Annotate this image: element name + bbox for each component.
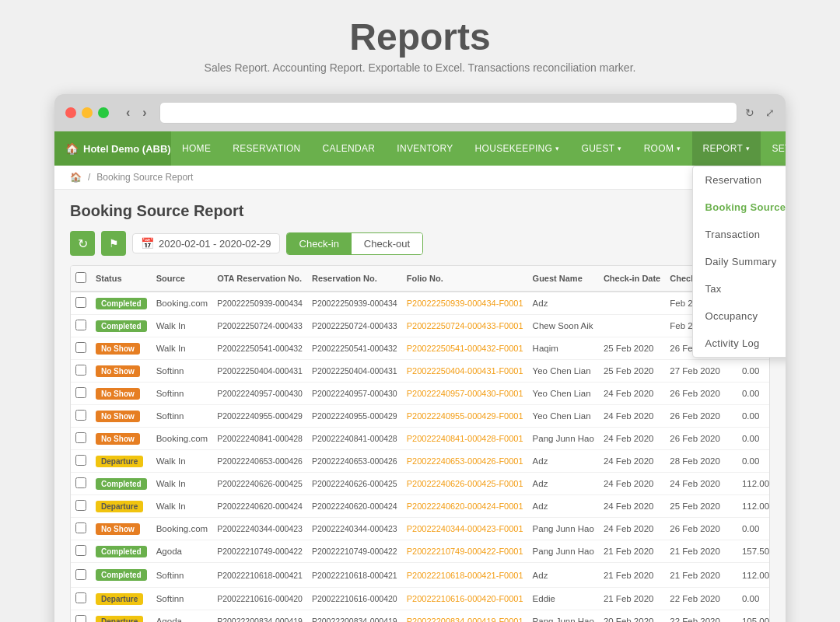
row-checkbox[interactable]: [75, 365, 86, 376]
dropdown-activity-log[interactable]: Activity Log: [693, 330, 786, 357]
refresh-report-button[interactable]: ↻: [70, 231, 95, 256]
checkout-cell: 26 Feb 2020: [665, 383, 737, 405]
breadcrumb-home-icon[interactable]: 🏠: [70, 172, 82, 183]
folio-link[interactable]: P20022240626-000425-F0001: [407, 479, 523, 488]
checkout-cell: 24 Feb 2020: [665, 473, 737, 495]
ota-cell: P20022250404-000431: [212, 360, 307, 383]
calendar-icon: 📅: [141, 237, 154, 250]
checkout-cell: 21 Feb 2020: [665, 540, 737, 563]
folio-link[interactable]: P20022240957-000430-F0001: [407, 389, 523, 398]
refresh-button[interactable]: ↻: [745, 107, 754, 119]
status-badge: Completed: [96, 478, 147, 490]
dropdown-reservation[interactable]: Reservation: [693, 166, 786, 194]
folio-link[interactable]: P20022240653-000426-F0001: [407, 456, 523, 466]
maximize-dot[interactable]: [98, 107, 109, 118]
status-badge: Departure: [96, 456, 143, 467]
status-badge: Departure: [96, 616, 143, 623]
expand-button[interactable]: ⤢: [765, 107, 775, 119]
forward-button[interactable]: ›: [138, 104, 151, 121]
checkin-cell: 24 Feb 2020: [599, 450, 665, 473]
checkout-cell: 26 Feb 2020: [665, 428, 737, 450]
source-cell: Softinn: [152, 405, 212, 428]
checkout-cell: 26 Feb 2020: [665, 405, 737, 428]
amount-cell: 112.00: [737, 473, 770, 495]
row-checkbox[interactable]: [75, 387, 86, 398]
row-checkbox[interactable]: [75, 500, 86, 511]
table-row: Departure Softinn P20022210616-000420 P2…: [71, 588, 770, 610]
select-all-checkbox[interactable]: [75, 272, 86, 283]
guest-cell: Pang Junn Hao: [528, 428, 599, 450]
ota-cell: P20022250724-000433: [212, 315, 307, 337]
row-checkbox[interactable]: [75, 410, 86, 421]
dropdown-occupancy[interactable]: Occupancy: [693, 302, 786, 330]
ota-cell: P20022240344-000423: [212, 518, 307, 540]
checkout-cell: 22 Feb 2020: [665, 610, 737, 623]
close-dot[interactable]: [65, 107, 76, 118]
row-checkbox[interactable]: [75, 342, 86, 353]
folio-link[interactable]: P20022210616-000420-F0001: [407, 594, 523, 603]
table-row: Departure Walk In P20022240620-000424 P2…: [71, 495, 770, 518]
folio-link[interactable]: P20022240955-000429-F0001: [407, 411, 523, 421]
row-checkbox[interactable]: [75, 320, 86, 330]
nav-reservation[interactable]: RESERVATION: [222, 131, 311, 166]
browser-nav: ‹ ›: [121, 104, 152, 121]
dropdown-tax[interactable]: Tax ›: [693, 275, 786, 302]
nav-guest[interactable]: GUEST ▾: [571, 131, 633, 166]
minimize-dot[interactable]: [82, 107, 93, 118]
dropdown-transaction[interactable]: Transaction: [693, 221, 786, 248]
row-checkbox[interactable]: [75, 432, 86, 443]
report-arrow: ▾: [746, 145, 750, 152]
checkin-cell: 20 Feb 2020: [599, 610, 665, 623]
nav-home[interactable]: HOME: [171, 131, 222, 166]
nav-report[interactable]: REPORT ▾ Reservation Booking Source Tran…: [692, 131, 761, 166]
row-checkbox[interactable]: [75, 477, 86, 488]
folio-link[interactable]: P20022250724-000433-F0001: [407, 321, 523, 330]
row-checkbox[interactable]: [75, 297, 86, 308]
row-checkbox[interactable]: [75, 592, 86, 603]
row-checkbox[interactable]: [75, 545, 86, 556]
source-cell: Agoda: [152, 540, 212, 563]
source-cell: Walk In: [152, 450, 212, 473]
res-cell: P20022240841-000428: [307, 428, 402, 450]
checkout-tab[interactable]: Check-out: [352, 233, 422, 254]
ota-cell: P20022250939-000434: [212, 292, 307, 315]
folio-link[interactable]: P20022250404-000431-F0001: [407, 366, 523, 376]
dropdown-booking-source[interactable]: Booking Source: [693, 194, 786, 221]
folio-link[interactable]: P20022250939-000434-F0001: [407, 299, 523, 308]
nav-inventory[interactable]: INVENTORY: [386, 131, 464, 166]
col-ota: OTA Reservation No.: [212, 266, 307, 292]
table-row: No Show Booking.com P20022240841-000428 …: [71, 428, 770, 450]
source-cell: Agoda: [152, 610, 212, 623]
guest-cell: Haqim: [528, 337, 599, 360]
folio-link[interactable]: P20022240344-000423-F0001: [407, 524, 523, 533]
date-range[interactable]: 📅 2020-02-01 - 2020-02-29: [132, 233, 280, 253]
checkin-tab[interactable]: Check-in: [287, 233, 352, 254]
amount-cell: 0.00: [737, 428, 770, 450]
nav-room[interactable]: ROOM ▾: [633, 131, 692, 166]
ota-cell: P20022210616-000420: [212, 588, 307, 610]
checkin-cell: 24 Feb 2020: [599, 495, 665, 518]
nav-calendar[interactable]: CALENDAR: [312, 131, 387, 166]
folio-link[interactable]: P20022200834-000419-F0001: [407, 617, 523, 622]
folio-link[interactable]: P20022250541-000432-F0001: [407, 344, 523, 353]
folio-link[interactable]: P20022240620-000424-F0001: [407, 501, 523, 511]
folio-link[interactable]: P20022210618-000421-F0001: [407, 571, 523, 580]
breadcrumb-current: Booking Source Report: [96, 172, 193, 183]
url-bar[interactable]: [159, 102, 737, 124]
row-checkbox[interactable]: [75, 569, 86, 580]
folio-link[interactable]: P20022240841-000428-F0001: [407, 434, 523, 443]
filter-button[interactable]: ⚑: [101, 231, 126, 256]
nav-setup[interactable]: SETUP ▾: [761, 131, 786, 166]
back-button[interactable]: ‹: [121, 104, 135, 121]
checkout-cell: 25 Feb 2020: [665, 495, 737, 518]
brand[interactable]: 🏠 Hotel Demo (ABB): [54, 131, 171, 166]
dropdown-daily-summary[interactable]: Daily Summary: [693, 248, 786, 275]
housekeeping-arrow: ▾: [555, 145, 559, 152]
folio-link[interactable]: P20022210749-000422-F0001: [407, 547, 523, 556]
nav-housekeeping[interactable]: HOUSEKEEPING ▾: [464, 131, 571, 166]
amount-cell: 112.00: [737, 563, 770, 588]
row-checkbox[interactable]: [75, 615, 86, 622]
res-cell: P20022240620-000424: [307, 495, 402, 518]
row-checkbox[interactable]: [75, 455, 86, 466]
row-checkbox[interactable]: [75, 522, 86, 533]
